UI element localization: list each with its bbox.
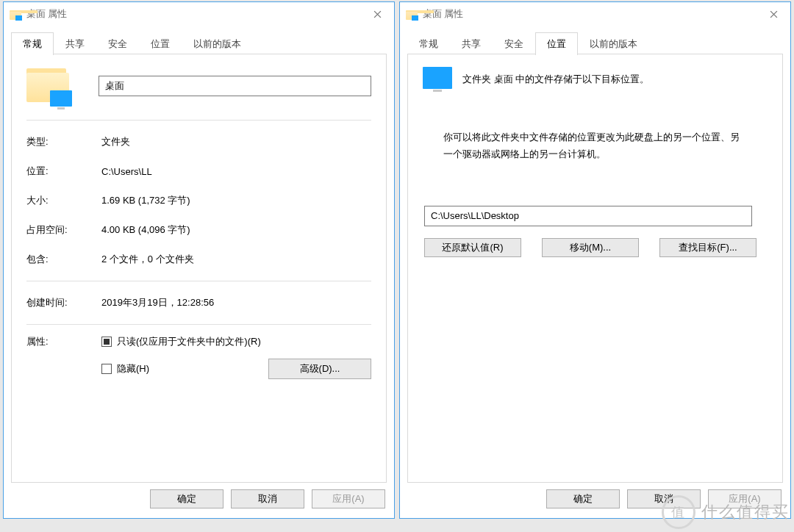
ok-button[interactable]: 确定 xyxy=(546,489,620,508)
tabstrip: 常规 共享 安全 位置 以前的版本 xyxy=(11,32,387,54)
value-size-on-disk: 4.00 KB (4,096 字节) xyxy=(101,223,371,237)
folder-name-input[interactable]: 桌面 xyxy=(99,76,371,96)
value-contains: 2 个文件，0 个文件夹 xyxy=(101,253,371,266)
label-contains: 包含: xyxy=(26,253,101,266)
close-button[interactable] xyxy=(757,2,790,26)
checkbox-hidden[interactable] xyxy=(101,364,112,374)
client-area: 常规 共享 安全 位置 以前的版本 桌面 类型:文件夹 位置:C:\Users\… xyxy=(11,32,387,483)
separator xyxy=(26,281,371,281)
titlebar[interactable]: 桌面 属性 xyxy=(400,2,790,26)
cancel-button[interactable]: 取消 xyxy=(627,489,701,508)
location-path-input[interactable]: C:\Users\LL\Desktop xyxy=(424,206,752,226)
folder-large-icon xyxy=(25,67,71,105)
move-button[interactable]: 移动(M)... xyxy=(542,238,639,257)
label-hidden: 隐藏(H) xyxy=(117,362,149,375)
value-location: C:\Users\LL xyxy=(101,166,371,177)
ok-button[interactable]: 确定 xyxy=(150,489,223,508)
label-type: 类型: xyxy=(26,135,101,148)
client-area: 常规 共享 安全 位置 以前的版本 文件夹 桌面 中的文件存储于以下目标位置。 … xyxy=(407,32,783,483)
advanced-button[interactable]: 高级(D)... xyxy=(268,359,371,379)
folder-desktop-icon xyxy=(10,8,21,20)
tab-location[interactable]: 位置 xyxy=(139,32,182,55)
label-location: 位置: xyxy=(26,165,101,178)
tab-security[interactable]: 安全 xyxy=(493,32,535,55)
separator xyxy=(26,120,371,121)
location-description: 你可以将此文件夹中文件存储的位置更改为此硬盘上的另一个位置、另一个驱动器或网络上… xyxy=(443,129,747,163)
properties-dialog-location: 桌面 属性 常规 共享 安全 位置 以前的版本 文件夹 桌面 中的文件存储于以下… xyxy=(399,1,791,519)
tab-previous-versions[interactable]: 以前的版本 xyxy=(578,32,649,55)
value-type: 文件夹 xyxy=(101,135,371,148)
close-button[interactable] xyxy=(360,2,394,26)
tab-general[interactable]: 常规 xyxy=(407,32,450,55)
properties-dialog-general: 桌面 属性 常规 共享 安全 位置 以前的版本 桌面 xyxy=(3,1,395,519)
label-readonly: 只读(仅应用于文件夹中的文件)(R) xyxy=(117,335,261,348)
folder-desktop-icon xyxy=(406,8,418,20)
checkbox-readonly[interactable] xyxy=(101,337,112,347)
tab-security[interactable]: 安全 xyxy=(96,32,139,55)
titlebar[interactable]: 桌面 属性 xyxy=(4,2,394,26)
label-size-on-disk: 占用空间: xyxy=(26,223,101,237)
label-size: 大小: xyxy=(26,194,101,207)
value-size: 1.69 KB (1,732 字节) xyxy=(101,194,371,207)
dialog-buttons: 确定 取消 应用(A) xyxy=(4,487,394,511)
value-created: 2019年3月19日，12:28:56 xyxy=(101,296,371,309)
close-icon xyxy=(770,10,778,18)
tabpage-location: 文件夹 桌面 中的文件存储于以下目标位置。 你可以将此文件夹中文件存储的位置更改… xyxy=(407,54,783,483)
find-target-button[interactable]: 查找目标(F)... xyxy=(659,238,757,257)
tab-sharing[interactable]: 共享 xyxy=(54,32,96,55)
close-icon xyxy=(373,10,382,18)
tab-previous-versions[interactable]: 以前的版本 xyxy=(182,32,253,55)
stage: 桌面 属性 常规 共享 安全 位置 以前的版本 桌面 xyxy=(0,0,794,532)
apply-button[interactable]: 应用(A) xyxy=(708,489,782,508)
label-attributes: 属性: xyxy=(26,335,101,348)
location-heading: 文件夹 桌面 中的文件存储于以下目标位置。 xyxy=(462,72,649,87)
apply-button[interactable]: 应用(A) xyxy=(312,489,385,508)
label-created: 创建时间: xyxy=(26,296,101,309)
desktop-icon xyxy=(423,67,452,92)
dialog-buttons: 确定 取消 应用(A) xyxy=(400,487,790,511)
tabpage-general: 桌面 类型:文件夹 位置:C:\Users\LL 大小:1.69 KB (1,7… xyxy=(11,54,387,483)
separator xyxy=(26,324,371,325)
tab-general[interactable]: 常规 xyxy=(11,32,54,55)
tab-sharing[interactable]: 共享 xyxy=(450,32,493,55)
tabstrip: 常规 共享 安全 位置 以前的版本 xyxy=(407,32,783,54)
tab-location[interactable]: 位置 xyxy=(535,32,578,55)
cancel-button[interactable]: 取消 xyxy=(231,489,304,508)
restore-default-button[interactable]: 还原默认值(R) xyxy=(424,238,521,257)
